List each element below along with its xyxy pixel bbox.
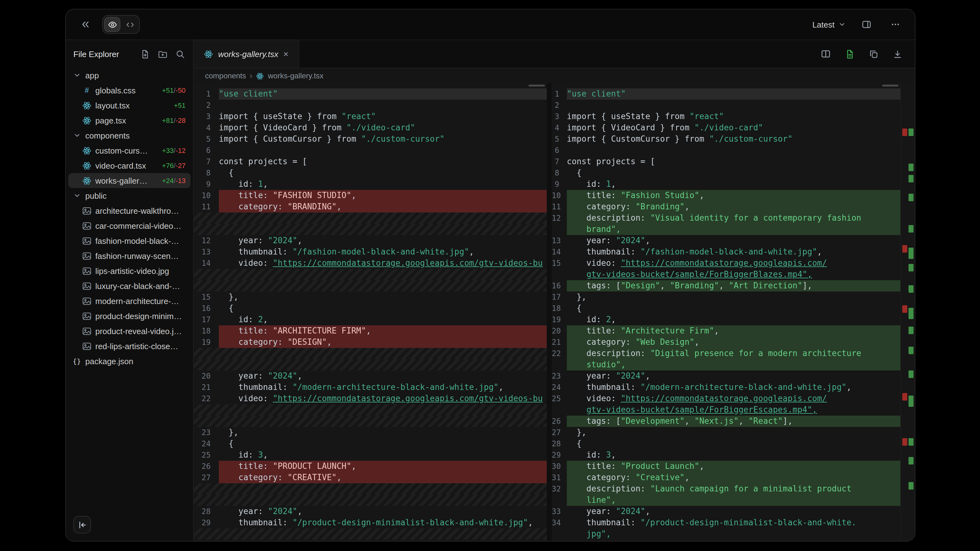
- code-line[interactable]: 1"use client": [194, 88, 547, 100]
- code-line[interactable]: 12 description: "Visual identity for a c…: [552, 213, 900, 224]
- minimap[interactable]: [900, 83, 915, 541]
- file-item[interactable]: video-card.tsx+76/-27: [68, 158, 191, 173]
- code-line[interactable]: 5import { CustomCursor } from "./custom-…: [194, 133, 547, 145]
- file-item[interactable]: fashion-model-black-…: [68, 233, 191, 248]
- collapse-sidebar-button[interactable]: [73, 516, 91, 534]
- file-item[interactable]: product-design-minim…: [68, 308, 191, 324]
- code-line[interactable]: gtv-videos-bucket/sample/ForBiggerBlazes…: [552, 269, 900, 280]
- version-dropdown[interactable]: Latest: [812, 20, 846, 29]
- changes-file-button[interactable]: [843, 48, 856, 60]
- code-line[interactable]: 10 title: "FASHION STUDIO",: [194, 190, 547, 201]
- folder-item[interactable]: app: [68, 68, 191, 83]
- file-item[interactable]: luxury-car-black-and-…: [68, 278, 191, 293]
- file-item[interactable]: page.tsx+81/-28: [68, 113, 191, 128]
- folder-item[interactable]: components: [68, 128, 191, 143]
- code-line[interactable]: 2: [552, 100, 900, 111]
- code-line[interactable]: 18 {: [552, 303, 900, 314]
- code-line[interactable]: 9 id: 1,: [194, 179, 547, 190]
- download-button[interactable]: [891, 48, 904, 60]
- scrollbar-thumb[interactable]: [528, 85, 545, 86]
- code-line[interactable]: 18 title: "ARCHITECTURE FIRM",: [194, 326, 547, 337]
- scrollbar-thumb[interactable]: [882, 85, 899, 86]
- code-line[interactable]: 4import { VideoCard } from "./video-card…: [194, 122, 547, 133]
- code-line[interactable]: 4import { VideoCard } from "./video-card…: [552, 122, 900, 133]
- code-line[interactable]: 8 {: [194, 167, 547, 179]
- code-line[interactable]: line",: [552, 495, 900, 506]
- file-item[interactable]: red-lips-artistic-close…: [68, 338, 191, 354]
- code-line[interactable]: 7const projects = [: [552, 156, 900, 167]
- code-line[interactable]: 26 tags: ["Development", "Next.js", "Rea…: [552, 416, 900, 427]
- folder-item[interactable]: public: [68, 188, 191, 203]
- code-line[interactable]: 34 thumbnail: "/product-design-minimalis…: [552, 517, 900, 529]
- code-line[interactable]: 24 thumbnail: "/modern-architecture-blac…: [552, 382, 900, 393]
- code-line[interactable]: 8 {: [552, 167, 900, 179]
- code-line[interactable]: 29 id: 3,: [552, 449, 900, 461]
- code-line[interactable]: 14 video: "https://commondatastorage.goo…: [194, 258, 547, 269]
- tab-works-gallery[interactable]: works-gallery.tsx ×: [194, 40, 299, 68]
- more-options-button[interactable]: [887, 16, 904, 33]
- breadcrumb-folder[interactable]: components: [205, 71, 246, 80]
- file-item[interactable]: lips-artistic-video.jpg: [68, 263, 191, 278]
- code-line[interactable]: 30 title: "Product Launch",: [552, 461, 900, 472]
- file-item[interactable]: works-galler…+24/-13: [68, 173, 191, 188]
- code-line[interactable]: 22 description: "Digital presence for a …: [552, 348, 900, 359]
- code-line[interactable]: 29 thumbnail: "/product-design-minimalis…: [194, 517, 547, 529]
- code-line[interactable]: 27 category: "CREATIVE",: [194, 472, 547, 483]
- code-line[interactable]: 16 tags: ["Design", "Branding", "Art Dir…: [552, 280, 900, 292]
- code-line[interactable]: 15 video: "https://commondatastorage.goo…: [552, 258, 900, 269]
- code-line[interactable]: 5import { CustomCursor } from "./custom-…: [552, 133, 900, 145]
- code-line[interactable]: 17 id: 2,: [194, 314, 547, 326]
- new-folder-button[interactable]: [157, 48, 168, 60]
- code-toggle-button[interactable]: [122, 17, 138, 32]
- file-item[interactable]: fashion-runway-scen…: [68, 248, 191, 263]
- code-line[interactable]: 19 category: "DESIGN",: [194, 337, 547, 348]
- code-line[interactable]: 19 id: 2,: [552, 314, 900, 326]
- code-line[interactable]: 13 thumbnail: "/fashion-model-black-and-…: [194, 246, 547, 258]
- split-view-button[interactable]: [819, 48, 832, 60]
- file-item[interactable]: custom-curs…+33/-12: [68, 143, 191, 158]
- file-item[interactable]: car-commercial-video…: [68, 218, 191, 233]
- layout-panel-button[interactable]: [858, 16, 875, 33]
- file-item[interactable]: modern-architecture-…: [68, 293, 191, 308]
- code-line[interactable]: 17 },: [552, 292, 900, 303]
- code-line[interactable]: 6: [194, 145, 547, 156]
- code-line[interactable]: 11 category: "Branding",: [552, 201, 900, 213]
- code-line[interactable]: 12 year: "2024",: [194, 235, 547, 246]
- code-line[interactable]: 3import { useState } from "react": [552, 111, 900, 122]
- code-line[interactable]: jpg",: [552, 529, 900, 540]
- file-item[interactable]: product-reveal-video.j…: [68, 324, 191, 338]
- file-item[interactable]: layout.tsx+51: [68, 98, 191, 113]
- code-line[interactable]: 7const projects = [: [194, 156, 547, 167]
- new-file-button[interactable]: [139, 48, 151, 60]
- code-line[interactable]: studio",: [552, 359, 900, 370]
- code-line[interactable]: 10 title: "Fashion Studio",: [552, 190, 900, 201]
- code-line[interactable]: 3import { useState } from "react": [194, 111, 547, 122]
- code-line[interactable]: 28 year: "2024",: [194, 506, 547, 517]
- code-line[interactable]: 32 description: "Launch campaign for a m…: [552, 483, 900, 495]
- code-line[interactable]: gtv-videos-bucket/sample/ForBiggerEscape…: [552, 404, 900, 416]
- code-line[interactable]: 26 title: "PRODUCT LAUNCH",: [194, 461, 547, 472]
- code-line[interactable]: 20 year: "2024",: [194, 370, 547, 382]
- file-item[interactable]: #globals.css+51/-50: [68, 83, 191, 98]
- breadcrumb-file[interactable]: works-gallery.tsx: [268, 71, 323, 80]
- code-line[interactable]: 15 },: [194, 292, 547, 303]
- code-line[interactable]: 28 {: [552, 438, 900, 449]
- code-line[interactable]: 33 year: "2024",: [552, 506, 900, 517]
- code-line[interactable]: 1"use client": [552, 88, 900, 100]
- file-item[interactable]: {}package.json: [68, 354, 191, 368]
- code-line[interactable]: 23 year: "2024",: [552, 370, 900, 382]
- code-line[interactable]: 13 year: "2024",: [552, 235, 900, 246]
- code-line[interactable]: 22 video: "https://commondatastorage.goo…: [194, 393, 547, 404]
- code-line[interactable]: 9 id: 1,: [552, 179, 900, 190]
- code-line[interactable]: 27 },: [552, 427, 900, 438]
- close-icon[interactable]: ×: [283, 49, 288, 58]
- code-line[interactable]: brand",: [552, 224, 900, 235]
- copy-button[interactable]: [867, 48, 880, 60]
- file-item[interactable]: architecture-walkthro…: [68, 203, 191, 218]
- code-line[interactable]: 24 {: [194, 438, 547, 449]
- code-line[interactable]: 23 },: [194, 427, 547, 438]
- code-line[interactable]: 25 id: 3,: [194, 449, 547, 461]
- code-line[interactable]: 2: [194, 100, 547, 111]
- code-line[interactable]: 6: [552, 145, 900, 156]
- search-button[interactable]: [174, 48, 186, 60]
